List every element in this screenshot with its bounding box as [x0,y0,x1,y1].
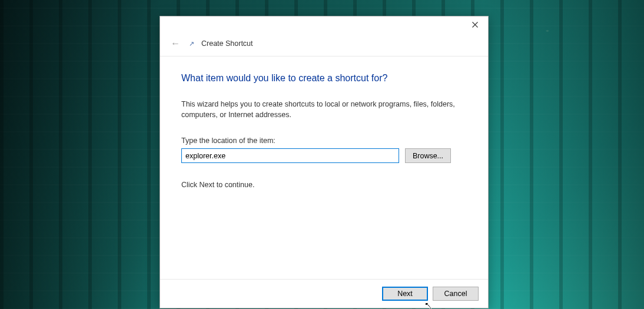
cancel-button[interactable]: Cancel [433,287,479,301]
location-field-label: Type the location of the item: [181,137,467,145]
dialog-footer: Next Cancel [160,279,488,308]
dialog-titlebar [160,16,488,35]
next-button[interactable]: Next [382,287,428,301]
location-input[interactable] [181,148,399,163]
create-shortcut-dialog: ← ↗ Create Shortcut What item would you … [160,16,489,308]
dialog-header: ← ↗ Create Shortcut [160,35,488,57]
wizard-heading: What item would you like to create a sho… [181,73,467,84]
dialog-title: Create Shortcut [201,39,253,48]
browse-button[interactable]: Browse... [405,148,451,163]
close-button[interactable] [462,16,488,33]
continue-instruction: Click Next to continue. [181,181,467,189]
back-arrow-icon: ← [170,38,181,49]
shortcut-icon: ↗ [187,39,195,48]
close-icon [472,22,478,28]
dialog-content: What item would you like to create a sho… [160,57,488,279]
location-input-row: Browse... [181,148,467,163]
wizard-description: This wizard helps you to create shortcut… [181,99,458,120]
